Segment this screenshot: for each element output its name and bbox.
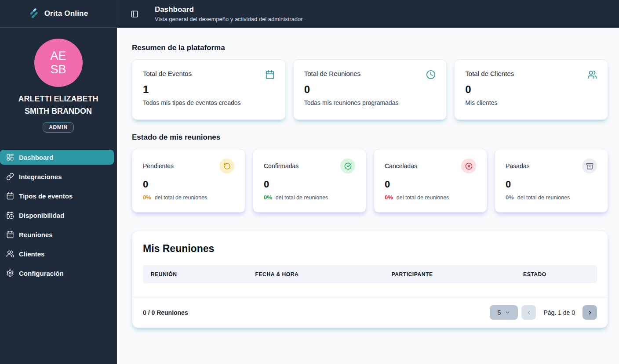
sidebar-item-tipos-de-eventos[interactable]: Tipos de eventos: [0, 188, 114, 203]
gear-icon: [6, 269, 14, 277]
sidebar-item-label: Integraciones: [19, 173, 62, 180]
pagination: 5 Pág. 1 de 0: [490, 305, 597, 320]
top-header: Dashboard Vista general del desempeño y …: [117, 0, 619, 28]
card-total-eventos: Total de Eventos 1 Todos mis tipos de ev…: [132, 59, 286, 120]
card-description: Todos mis tipos de eventos creados: [143, 99, 275, 106]
card-total-reuniones: Total de Reuniones 0 Todas mis reuniones…: [293, 59, 447, 120]
user-name: ARLETTI ELIZABETH SMITH BRANDON: [18, 93, 98, 117]
card-pasadas: Pasadas 0 0% del total de reuniones: [495, 149, 608, 213]
sidebar-item-reuniones[interactable]: Reuniones: [0, 227, 114, 242]
content: Resumen de la plataforma Total de Evento…: [117, 28, 619, 328]
main-area: Dashboard Vista general del desempeño y …: [117, 0, 619, 364]
sidebar-item-clientes[interactable]: Clientes: [0, 246, 114, 261]
avatar-initials-line1: AE: [50, 49, 66, 63]
chevron-down-icon: [505, 310, 510, 315]
page-size-value: 5: [497, 309, 501, 316]
sidebar: Orita Online AE SB ARLETTI ELIZABETH SMI…: [0, 0, 117, 364]
sidebar-item-integraciones[interactable]: Integraciones: [0, 169, 114, 184]
card-value: 0: [465, 83, 597, 96]
sidebar-item-label: Dashboard: [19, 154, 53, 161]
card-title: Pasadas: [506, 162, 529, 169]
status-heading: Estado de mis reuniones: [132, 133, 608, 142]
chevron-right-icon: [587, 310, 593, 316]
user-name-line1: ARLETTI ELIZABETH: [18, 93, 98, 105]
role-badge: ADMIN: [43, 122, 73, 133]
card-value: 0: [304, 83, 436, 96]
user-name-line2: SMITH BRANDON: [18, 105, 98, 117]
card-title: Confirmadas: [264, 162, 299, 169]
card-title: Total de Eventos: [143, 70, 192, 77]
rotate-ccw-icon: [219, 159, 234, 173]
brand-logo-icon: [29, 8, 40, 19]
calendar-icon: [265, 70, 275, 79]
chevron-left-icon: [526, 310, 532, 316]
link-icon: [6, 173, 14, 180]
page-size-select[interactable]: 5: [490, 305, 518, 320]
calendar-clock-icon: [6, 211, 14, 219]
card-percent-label: del total de reuniones: [517, 195, 570, 201]
card-percent: 0%: [385, 194, 393, 201]
page-subtitle: Vista general del desempeño y actividad …: [155, 16, 303, 22]
page-title: Dashboard: [155, 5, 303, 14]
card-value: 0: [264, 179, 355, 190]
sidebar-item-label: Disponibilidad: [19, 212, 64, 219]
card-percent-label: del total de reuniones: [155, 195, 208, 201]
prev-page-button[interactable]: [521, 305, 536, 320]
sidebar-item-configuracion[interactable]: Configuración: [0, 266, 114, 281]
card-percent: 0%: [506, 194, 514, 201]
brand: Orita Online: [0, 0, 117, 28]
card-title: Canceladas: [385, 162, 417, 169]
card-percent: 0%: [264, 194, 272, 201]
calendar-icon: [6, 192, 14, 200]
card-title: Total de Clientes: [465, 70, 514, 77]
calendar-icon: [6, 231, 14, 238]
card-percent-label: del total de reuniones: [397, 195, 449, 201]
card-value: 0: [143, 179, 234, 190]
column-header-estado: ESTADO: [515, 271, 597, 278]
column-header-reunion: REUNIÓN: [143, 271, 248, 278]
meetings-count: 0 / 0 Reuniones: [143, 309, 188, 316]
next-page-button[interactable]: [583, 305, 597, 320]
user-profile: AE SB ARLETTI ELIZABETH SMITH BRANDON AD…: [0, 28, 117, 133]
summary-section: Resumen de la plataforma Total de Evento…: [132, 43, 608, 120]
table-footer: 0 / 0 Reuniones 5 Pág. 1 de 0: [132, 297, 608, 328]
table-header-row: REUNIÓN FECHA & HORA PARTICIPANTE ESTADO: [143, 265, 597, 283]
sidebar-item-dashboard[interactable]: Dashboard: [0, 150, 114, 165]
card-value: 0: [506, 179, 597, 190]
card-title: Pendientes: [143, 162, 174, 169]
summary-heading: Resumen de la plataforma: [132, 43, 608, 52]
circle-check-icon: [340, 159, 355, 173]
column-header-fecha-hora: FECHA & HORA: [248, 271, 384, 278]
users-icon: [587, 70, 597, 79]
card-value: 0: [385, 179, 476, 190]
meetings-card: Mis Reuniones REUNIÓN FECHA & HORA PARTI…: [132, 231, 608, 328]
card-confirmadas: Confirmadas 0 0% del total de reuniones: [253, 149, 366, 213]
card-description: Mis clientes: [465, 99, 597, 106]
card-percent-label: del total de reuniones: [276, 195, 328, 201]
card-description: Todas mis reuniones programadas: [304, 99, 436, 106]
sidebar-item-label: Tipos de eventos: [19, 192, 73, 200]
card-title: Total de Reuniones: [304, 70, 360, 77]
layout-dashboard-icon: [6, 153, 14, 161]
sidebar-toggle-icon[interactable]: [131, 10, 138, 18]
avatar: AE SB: [34, 39, 83, 87]
table-empty-body: [143, 283, 597, 297]
meetings-title: Mis Reuniones: [143, 243, 597, 255]
card-total-clientes: Total de Clientes 0 Mis clientes: [454, 59, 608, 120]
status-section: Estado de mis reuniones Pendientes 0 0% …: [132, 133, 608, 213]
avatar-initials-line2: SB: [50, 63, 66, 76]
sidebar-item-label: Configuración: [19, 270, 64, 277]
circle-x-icon: [461, 159, 476, 173]
sidebar-item-label: Clientes: [19, 250, 44, 258]
brand-name: Orita Online: [44, 9, 88, 18]
sidebar-nav: Dashboard Integraciones Tipos de eventos…: [0, 150, 117, 285]
users-icon: [6, 250, 14, 258]
card-value: 1: [143, 83, 275, 96]
column-header-participante: PARTICIPANTE: [383, 271, 515, 278]
sidebar-item-label: Reuniones: [19, 231, 53, 238]
card-canceladas: Canceladas 0 0% del total de reuniones: [374, 149, 487, 213]
card-pendientes: Pendientes 0 0% del total de reuniones: [132, 149, 245, 213]
sidebar-item-disponibilidad[interactable]: Disponibilidad: [0, 208, 114, 223]
archive-icon: [582, 159, 597, 173]
page-indicator: Pág. 1 de 0: [543, 309, 575, 316]
